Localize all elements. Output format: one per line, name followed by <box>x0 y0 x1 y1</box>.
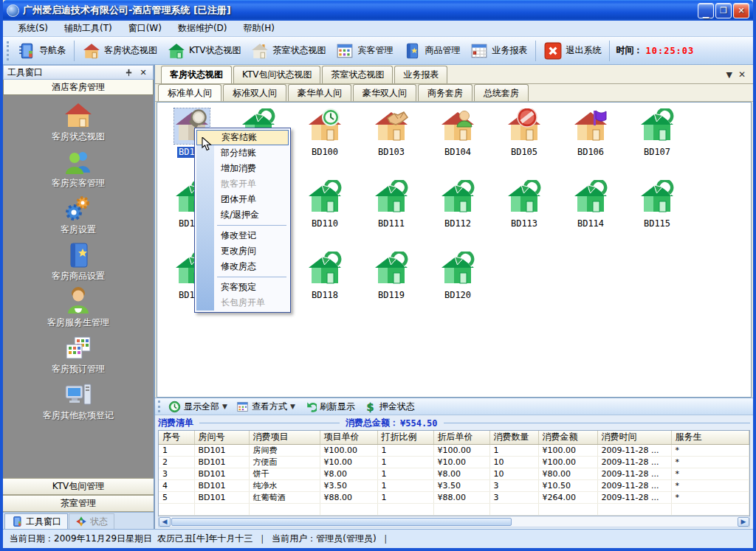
toolbar-button-5[interactable]: 商品管理 <box>398 40 465 62</box>
context-menu-item-0[interactable]: 宾客结账 <box>196 130 289 145</box>
table-row-4[interactable]: 5BD101红葡萄酒¥88.001¥88.003¥264.002009-11-2… <box>159 491 749 503</box>
view-tab-2[interactable]: 茶室状态视图 <box>322 66 393 83</box>
column-header-7[interactable]: 消费金额 <box>538 431 597 444</box>
sidebar-item-1[interactable]: 客房宾客管理 <box>3 148 154 194</box>
room-BD100[interactable]: BD100 <box>292 105 358 177</box>
room-type-tab-3[interactable]: 豪华双人间 <box>353 84 416 101</box>
toolbar-button-0[interactable]: 导航条 <box>13 40 71 62</box>
toolbar2-grip[interactable] <box>158 401 160 412</box>
close-icon[interactable]: ✕ <box>137 67 149 77</box>
column-header-6[interactable]: 消费数量 <box>489 431 538 444</box>
bottom-toolbar-button-0[interactable]: 显示全部▼ <box>164 399 232 415</box>
chevron-down-icon[interactable]: ▼ <box>222 403 227 410</box>
room-BD120[interactable]: BD120 <box>425 249 491 320</box>
toolbar-button-1[interactable]: 客房状态视图 <box>78 40 162 62</box>
room-BD118[interactable]: BD118 <box>292 249 358 320</box>
context-menu-item-3[interactable]: 散客开单 <box>196 176 289 192</box>
close-button[interactable]: ✕ <box>733 3 749 18</box>
room-BD106[interactable]: BD106 <box>557 105 624 177</box>
table-row-3[interactable]: 4BD101纯净水¥3.501¥3.503¥10.502009-11-28 ..… <box>159 479 749 491</box>
column-header-3[interactable]: 项目单价 <box>320 431 377 444</box>
room-BD112[interactable]: BD112 <box>425 177 491 249</box>
sidebar-item-5[interactable]: 客房预订管理 <box>3 333 154 380</box>
column-header-9[interactable]: 服务生 <box>671 431 749 444</box>
chevron-down-icon[interactable]: ▼ <box>290 403 295 410</box>
sidebar-item-2[interactable]: 客房设置 <box>3 194 154 240</box>
sidebar-section-collapsed-0[interactable]: KTV包间管理 <box>3 478 154 495</box>
context-menu-item-9[interactable]: 修改房态 <box>196 259 289 274</box>
toolbar-button-6[interactable]: 业务报表 <box>465 40 532 62</box>
sidebar-item-0[interactable]: 客房状态视图 <box>3 101 154 148</box>
room-type-tab-4[interactable]: 商务套房 <box>418 84 472 101</box>
chevron-down-icon[interactable]: ▼ <box>726 70 732 80</box>
room-type-tab-1[interactable]: 标准双人间 <box>223 84 286 101</box>
scroll-left-icon[interactable]: ◀ <box>159 517 171 527</box>
context-menu-item-1[interactable]: 部分结账 <box>196 145 289 161</box>
room-type-tab-5[interactable]: 总统套房 <box>474 84 529 101</box>
column-header-4[interactable]: 打折比例 <box>377 431 433 444</box>
context-menu-item-11[interactable]: 宾客预定 <box>196 280 289 295</box>
bottom-toolbar-button-3[interactable]: $押金状态 <box>360 399 419 415</box>
view-tab-0[interactable]: 客房状态视图 <box>161 66 232 83</box>
sidebar-bottom-tab-1[interactable]: 状态 <box>69 513 114 529</box>
room-type-tab-0[interactable]: 标准单人间 <box>158 84 221 101</box>
room-BD115[interactable]: BD115 <box>624 177 690 249</box>
toolbar-button-2[interactable]: KTV状态视图 <box>162 40 246 62</box>
scrollbar-thumb[interactable] <box>171 518 512 526</box>
room-BD107[interactable]: BD107 <box>624 105 690 177</box>
room-BD110[interactable]: BD110 <box>292 177 358 249</box>
room-label: BD118 <box>310 290 340 301</box>
menu-item-2[interactable]: 窗口(W) <box>121 21 171 36</box>
sidebar-item-4[interactable]: 客房服务生管理 <box>3 287 154 333</box>
menu-item-1[interactable]: 辅助工具(T) <box>57 21 121 36</box>
room-BD105[interactable]: BD105 <box>491 105 557 177</box>
room-BD103[interactable]: BD103 <box>358 105 425 177</box>
column-header-2[interactable]: 消费项目 <box>249 431 320 444</box>
context-menu-item-12[interactable]: 长包房开单 <box>196 295 289 311</box>
menu-item-0[interactable]: 系统(S) <box>10 21 57 36</box>
room-BD119[interactable]: BD119 <box>358 249 425 320</box>
bottom-toolbar-button-1[interactable]: 查看方式▼ <box>232 399 300 415</box>
sidebar-section-hotel-rooms[interactable]: 酒店客房管理 <box>3 80 154 95</box>
context-menu-item-8[interactable]: 更改房间 <box>196 243 289 259</box>
sidebar-item-6[interactable]: 客房其他款项登记 <box>3 380 154 426</box>
view-tab-3[interactable]: 业务报表 <box>394 66 447 83</box>
table-horizontal-scrollbar[interactable]: ◀ ▶ <box>158 516 750 527</box>
context-menu-item-2[interactable]: 增加消费 <box>196 161 289 176</box>
sidebar-section-collapsed-1[interactable]: 茶室管理 <box>3 495 154 512</box>
bottom-toolbar-button-2[interactable]: 刷新显示 <box>300 399 360 415</box>
scroll-right-icon[interactable]: ▶ <box>738 517 749 527</box>
toolbar-button-4[interactable]: 宾客管理 <box>331 40 398 62</box>
time-value: 10:25:03 <box>645 46 694 56</box>
pin-icon[interactable] <box>123 67 134 77</box>
column-header-5[interactable]: 折后单价 <box>433 431 489 444</box>
context-menu-item-7[interactable]: 修改登记 <box>196 228 289 243</box>
toolbar-button-3[interactable]: 茶室状态视图 <box>246 40 331 62</box>
context-menu-item-4[interactable]: 团体开单 <box>196 192 289 207</box>
menu-item-4[interactable]: 帮助(H) <box>236 21 284 36</box>
room-type-tab-2[interactable]: 豪华单人间 <box>288 84 351 101</box>
column-header-0[interactable]: 序号 <box>159 431 194 444</box>
toolbar-button-7[interactable]: 退出系统 <box>539 40 606 62</box>
room-BD104[interactable]: BD104 <box>425 105 491 177</box>
status-icon <box>75 516 87 527</box>
room-BD111[interactable]: BD111 <box>358 177 425 249</box>
table-row-0[interactable]: 1BD101房间费¥100.001¥100.001¥100.002009-11-… <box>159 444 749 456</box>
menu-item-3[interactable]: 数据维护(D) <box>171 21 236 36</box>
maximize-button[interactable]: ❒ <box>715 3 732 18</box>
sidebar-item-3[interactable]: 客房商品设置 <box>3 240 154 287</box>
room-BD113[interactable]: BD113 <box>491 177 557 249</box>
column-header-8[interactable]: 消费时间 <box>597 431 671 444</box>
room-BD114[interactable]: BD114 <box>557 177 624 249</box>
table-row-1[interactable]: 2BD101方便面¥10.001¥10.0010¥100.002009-11-2… <box>159 456 749 468</box>
view-tab-1[interactable]: KTV包间状态视图 <box>233 66 320 83</box>
tab-close-icon[interactable]: ✕ <box>738 69 746 80</box>
toolbar-grip[interactable] <box>7 41 9 60</box>
table-cell: ¥100.00 <box>538 456 597 468</box>
table-cell: 10 <box>489 468 538 479</box>
sidebar-bottom-tab-0[interactable]: 工具窗口 <box>4 513 68 529</box>
context-menu-item-5[interactable]: 续/退押金 <box>196 207 289 223</box>
minimize-button[interactable]: ▁ <box>698 3 714 18</box>
table-row-2[interactable]: 3BD101饼干¥8.001¥8.0010¥80.002009-11-28 ..… <box>159 468 749 479</box>
column-header-1[interactable]: 房间号 <box>194 431 249 444</box>
